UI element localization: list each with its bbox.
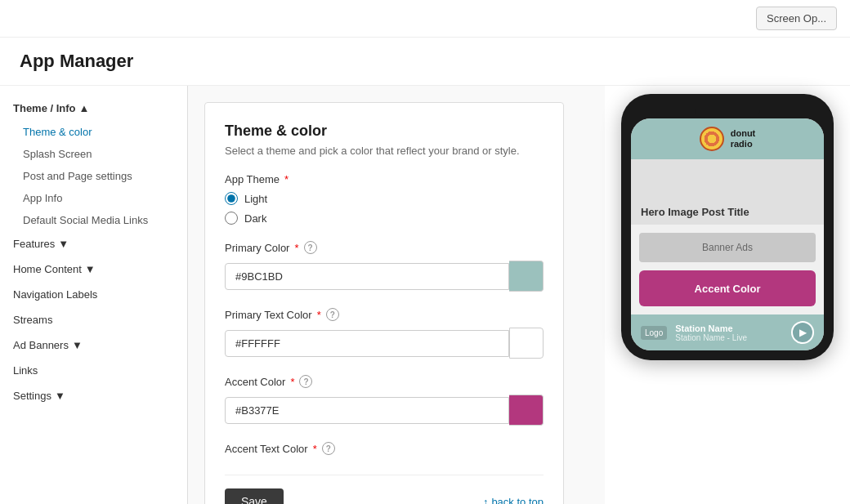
light-theme-label: Light bbox=[244, 193, 267, 205]
form-subtitle: Select a theme and pick a color that ref… bbox=[225, 145, 544, 157]
dark-theme-radio[interactable] bbox=[225, 212, 238, 225]
sidebar-ad-banners-label: Ad Banners bbox=[13, 339, 69, 351]
primary-text-color-input-row bbox=[225, 328, 544, 359]
sidebar-item-app-info[interactable]: App Info bbox=[0, 187, 187, 209]
sidebar-item-post-page-settings[interactable]: Post and Page settings bbox=[0, 165, 187, 187]
phone-station-name: Station Name bbox=[675, 323, 783, 333]
primary-color-swatch[interactable] bbox=[509, 261, 544, 292]
form-panel: Theme & color Select a theme and pick a … bbox=[204, 102, 564, 504]
primary-text-color-input[interactable] bbox=[225, 330, 509, 357]
accent-color-input[interactable] bbox=[225, 397, 509, 424]
primary-text-color-swatch[interactable] bbox=[509, 328, 544, 359]
sidebar-section-theme-info[interactable]: Theme / Info ▲ bbox=[0, 96, 187, 121]
accent-color-help-icon[interactable]: ? bbox=[299, 375, 312, 388]
accent-text-color-help-icon[interactable]: ? bbox=[322, 442, 335, 455]
theme-radio-group: Light Dark bbox=[225, 192, 544, 225]
sidebar-section-links[interactable]: Links bbox=[0, 358, 187, 383]
phone-brand: donutradio bbox=[700, 127, 756, 151]
sidebar-item-theme-color[interactable]: Theme & color bbox=[0, 121, 187, 143]
play-icon: ▶ bbox=[799, 327, 807, 338]
app-theme-label: App Theme * bbox=[225, 173, 544, 185]
primary-text-color-field: Primary Text Color * ? bbox=[225, 308, 544, 359]
phone-station-sub: Station Name - Live bbox=[675, 333, 783, 342]
sidebar-section-theme-info-label: Theme / Info bbox=[13, 102, 76, 114]
content-area: Theme & color Select a theme and pick a … bbox=[188, 86, 605, 504]
phone-top-bar: donutradio bbox=[631, 118, 824, 159]
primary-text-color-label: Primary Text Color * ? bbox=[225, 308, 544, 321]
donut-icon bbox=[700, 127, 724, 151]
primary-color-input[interactable] bbox=[225, 263, 509, 290]
theme-info-arrow-icon: ▲ bbox=[79, 102, 90, 114]
required-marker-primary-text: * bbox=[317, 309, 321, 321]
sidebar-section-streams[interactable]: Streams bbox=[0, 307, 187, 332]
brand-name: donutradio bbox=[731, 128, 756, 149]
phone-station-info: Station Name Station Name - Live bbox=[675, 323, 783, 342]
phone-logo-label: Logo bbox=[641, 326, 667, 340]
light-theme-option[interactable]: Light bbox=[225, 192, 544, 205]
phone-preview: donutradio Hero Image Post Title Banner … bbox=[605, 86, 850, 504]
screen-options-button[interactable]: Screen Op... bbox=[756, 7, 837, 30]
form-title: Theme & color bbox=[225, 123, 544, 140]
accent-color-field: Accent Color * ? bbox=[225, 375, 544, 426]
phone-bottom-bar: Logo Station Name Station Name - Live ▶ bbox=[631, 314, 824, 350]
phone-frame: donutradio Hero Image Post Title Banner … bbox=[621, 94, 834, 360]
phone-hero-image: Hero Image Post Title bbox=[631, 159, 824, 225]
primary-color-field: Primary Color * ? bbox=[225, 241, 544, 292]
sidebar-section-settings[interactable]: Settings ▼ bbox=[0, 383, 187, 408]
back-to-top-label: back to top bbox=[491, 496, 544, 505]
app-theme-field: App Theme * Light Dark bbox=[225, 173, 544, 225]
primary-text-color-help-icon[interactable]: ? bbox=[326, 308, 339, 321]
form-actions: Save ↑ back to top bbox=[225, 475, 544, 504]
sidebar: Theme / Info ▲ Theme & color Splash Scre… bbox=[0, 86, 188, 504]
primary-color-help-icon[interactable]: ? bbox=[304, 241, 317, 254]
phone-notch bbox=[695, 104, 760, 118]
phone-play-button: ▶ bbox=[791, 321, 814, 344]
sidebar-home-content-label: Home Content bbox=[13, 263, 82, 275]
up-arrow-icon: ↑ bbox=[483, 496, 489, 505]
save-button[interactable]: Save bbox=[225, 488, 284, 504]
sidebar-section-ad-banners[interactable]: Ad Banners ▼ bbox=[0, 332, 187, 358]
dark-theme-label: Dark bbox=[244, 212, 266, 225]
primary-color-input-row bbox=[225, 261, 544, 292]
required-marker-accent: * bbox=[290, 376, 294, 388]
phone-accent-button: Accent Color bbox=[639, 270, 816, 306]
page-title: App Manager bbox=[0, 38, 850, 86]
sidebar-features-label: Features bbox=[13, 238, 55, 250]
sidebar-links-label: Links bbox=[13, 364, 38, 377]
required-marker-primary: * bbox=[294, 242, 298, 254]
phone-banner-ads: Banner Ads bbox=[639, 233, 816, 262]
sidebar-section-home-content[interactable]: Home Content ▼ bbox=[0, 256, 187, 282]
accent-text-color-field: Accent Text Color * ? bbox=[225, 442, 544, 455]
home-content-arrow-icon: ▼ bbox=[85, 263, 96, 275]
sidebar-streams-label: Streams bbox=[13, 314, 52, 326]
back-to-top-link[interactable]: ↑ back to top bbox=[483, 496, 544, 505]
hero-title: Hero Image Post Title bbox=[641, 206, 749, 218]
light-theme-radio[interactable] bbox=[225, 192, 238, 205]
sidebar-settings-label: Settings bbox=[13, 390, 51, 402]
accent-color-input-row bbox=[225, 395, 544, 426]
required-marker: * bbox=[284, 173, 289, 185]
sidebar-item-splash-screen[interactable]: Splash Screen bbox=[0, 143, 187, 165]
dark-theme-option[interactable]: Dark bbox=[225, 212, 544, 225]
features-arrow-icon: ▼ bbox=[58, 238, 69, 250]
sidebar-navigation-labels-label: Navigation Labels bbox=[13, 288, 97, 301]
primary-color-label: Primary Color * ? bbox=[225, 241, 544, 254]
accent-color-swatch[interactable] bbox=[509, 395, 544, 426]
ad-banners-arrow-icon: ▼ bbox=[72, 339, 83, 351]
sidebar-section-navigation-labels[interactable]: Navigation Labels bbox=[0, 282, 187, 307]
phone-screen: donutradio Hero Image Post Title Banner … bbox=[631, 118, 824, 350]
accent-text-color-label: Accent Text Color * ? bbox=[225, 442, 544, 455]
accent-color-label: Accent Color * ? bbox=[225, 375, 544, 388]
required-marker-accent-text: * bbox=[313, 443, 317, 455]
sidebar-item-default-social-media-links[interactable]: Default Social Media Links bbox=[0, 209, 187, 231]
sidebar-section-features[interactable]: Features ▼ bbox=[0, 231, 187, 256]
settings-arrow-icon: ▼ bbox=[55, 390, 65, 402]
